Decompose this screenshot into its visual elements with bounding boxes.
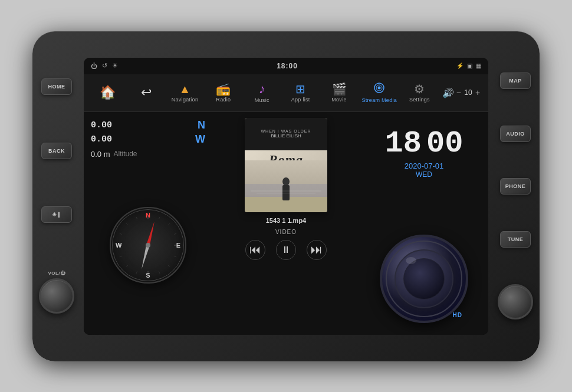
side-right-panel: MAP AUDIO PHONE TUNE <box>491 31 540 361</box>
stream-nav-label: Stream Media <box>361 97 397 103</box>
status-icons-left: ⏻ ↺ ☀ <box>91 62 118 70</box>
movie-nav-label: Movie <box>331 97 347 103</box>
coord-row-2: 0.00 W <box>91 133 205 146</box>
navigation-nav-icon: ▲ <box>179 83 191 95</box>
audio-side-button[interactable]: AUDIO <box>500 126 531 142</box>
status-bar: ⏻ ↺ ☀ 18:00 ⚡ ▣ ▦ <box>84 58 488 74</box>
status-icons-right: ⚡ ▣ ▦ <box>456 62 481 69</box>
volume-value: 10 <box>463 88 473 97</box>
compass-south-label: S <box>146 272 150 279</box>
prev-button[interactable]: ⏮ <box>245 240 265 260</box>
svg-point-2 <box>378 87 381 90</box>
altitude-value: 0.0 m <box>91 150 110 159</box>
right-panel: 18 00 2020-07-01 WED <box>360 112 488 335</box>
nav-item-stream[interactable]: Stream Media <box>361 82 397 103</box>
svg-line-16 <box>120 233 122 235</box>
nav-item-applist[interactable]: ⊞ App list <box>285 83 317 103</box>
coord-row-1: 0.00 N <box>91 119 205 131</box>
power-icon: ⏻ <box>91 62 97 70</box>
svg-marker-20 <box>140 245 150 269</box>
camera-section: HD <box>380 235 468 323</box>
applist-nav-label: App list <box>291 97 310 103</box>
tune-side-button[interactable]: TUNE <box>500 231 531 248</box>
svg-line-13 <box>136 271 137 274</box>
svg-line-12 <box>159 271 160 274</box>
nav-bar: 🏠 ↩ ▲ Navigation 📻 Radio ♪ Music <box>84 74 488 112</box>
svg-point-21 <box>146 243 150 248</box>
album-art: WHEN I WAS OLDER BILLIE EILISH Roma <box>245 118 327 212</box>
radio-nav-icon: 📻 <box>216 83 231 95</box>
brightness-side-button[interactable]: ☀❙ <box>41 206 72 223</box>
compass: N S E W <box>110 207 186 284</box>
music-nav-label: Music <box>255 97 269 103</box>
left-panel: 0.00 N 0.00 W 0.0 m Altitude <box>84 112 212 335</box>
nav-item-radio[interactable]: 📻 Radio <box>208 83 239 103</box>
nav-item-home[interactable]: 🏠 <box>92 86 124 99</box>
svg-point-25 <box>282 177 290 186</box>
coord-value-2: 0.00 <box>91 134 112 144</box>
svg-rect-26 <box>282 185 290 200</box>
svg-line-9 <box>174 233 176 235</box>
coord-dir-2: W <box>195 133 205 146</box>
tune-knob-group <box>498 284 533 319</box>
coord-dir-1: N <box>198 119 205 131</box>
signal-icon2: ▦ <box>476 62 481 69</box>
nav-item-settings[interactable]: ⚙ Settings <box>403 83 435 103</box>
svg-line-17 <box>126 223 128 225</box>
album-art-scene <box>245 160 327 212</box>
svg-line-18 <box>136 217 137 219</box>
settings-nav-label: Settings <box>409 97 430 103</box>
undo-icon: ↺ <box>102 62 107 70</box>
nav-coords: 0.00 N 0.00 W 0.0 m Altitude <box>91 119 205 159</box>
hd-badge: HD <box>453 312 462 318</box>
clock-section: 18 00 2020-07-01 WED <box>385 119 463 179</box>
volume-minus[interactable]: − <box>456 88 461 97</box>
navigation-nav-label: Navigation <box>172 97 199 103</box>
next-button[interactable]: ⏭ <box>307 240 327 260</box>
phone-side-button[interactable]: PHONE <box>500 178 531 195</box>
home-side-button[interactable]: HOME <box>41 78 72 95</box>
tune-knob[interactable] <box>498 284 533 319</box>
clock-day: WED <box>416 170 432 179</box>
clock-display: 18 00 <box>385 129 463 159</box>
volume-icon: 🔊 <box>442 87 454 98</box>
svg-marker-19 <box>146 221 156 246</box>
map-side-button[interactable]: MAP <box>500 73 531 89</box>
nav-item-music[interactable]: ♪ Music <box>246 83 278 103</box>
nav-item-movie[interactable]: 🎬 Movie <box>323 83 355 103</box>
compass-ticks-svg <box>113 210 183 281</box>
nav-item-back[interactable]: ↩ <box>130 86 162 99</box>
svg-line-8 <box>168 223 170 225</box>
vol-label: VOL/⏻ <box>48 271 65 276</box>
media-type: VIDEO <box>275 229 297 235</box>
main-content: 0.00 N 0.00 W 0.0 m Altitude <box>84 112 488 335</box>
main-screen: ⏻ ↺ ☀ 18:00 ⚡ ▣ ▦ 🏠 ↩ ▲ Navi <box>84 58 488 335</box>
center-panel: WHEN I WAS OLDER BILLIE EILISH Roma <box>212 112 360 335</box>
camera-lens <box>380 235 468 323</box>
usb-icon: ⚡ <box>456 62 463 69</box>
lens-highlight <box>406 257 416 264</box>
clock-date: 2020-07-01 <box>405 162 444 170</box>
back-side-button[interactable]: BACK <box>41 143 72 159</box>
applist-nav-icon: ⊞ <box>295 83 305 95</box>
nav-volume-control: 🔊 − 10 + <box>442 87 480 98</box>
volume-knob[interactable] <box>39 278 74 314</box>
brightness-icon: ☀ <box>112 62 118 70</box>
lens-ring-1 <box>386 241 462 317</box>
clock-hour: 18 <box>385 129 422 159</box>
altitude-row: 0.0 m Altitude <box>91 150 205 159</box>
radio-nav-label: Radio <box>216 97 231 103</box>
volume-plus[interactable]: + <box>475 88 480 97</box>
compass-container: N S E W <box>91 163 205 328</box>
lens-ring-2 <box>395 249 453 308</box>
lens-ring-3 <box>403 258 445 299</box>
signal-icon1: ▣ <box>467 62 472 69</box>
settings-nav-icon: ⚙ <box>414 83 425 95</box>
album-artist: BILLIE EILISH <box>271 133 301 139</box>
play-pause-button[interactable]: ⏸ <box>276 240 296 260</box>
svg-line-15 <box>120 256 122 257</box>
nav-item-navigation[interactable]: ▲ Navigation <box>169 83 200 103</box>
music-nav-icon: ♪ <box>259 83 265 95</box>
coord-value-1: 0.00 <box>91 120 112 130</box>
status-time: 18:00 <box>277 62 298 70</box>
